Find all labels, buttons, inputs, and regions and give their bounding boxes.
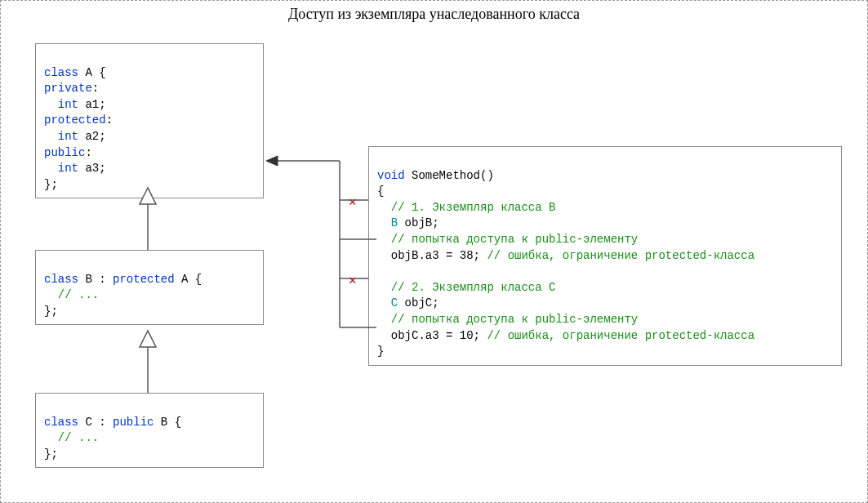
kw-protected: protected [44,114,106,127]
class-c-base: B { [154,416,181,429]
kw-public: public [113,416,154,429]
comment-err-1: // ошибка, ограничение protected-класса [487,249,754,262]
colon: : [85,146,91,159]
class-c-name: C : [78,416,113,429]
assign-objc: objC.a3 = 10; [377,329,487,342]
svg-marker-4 [266,156,278,166]
comment-4: // попытка доступа к public-элементу [377,313,638,326]
method-box: void SomeMethod() { // 1. Экземпляр клас… [368,146,842,366]
decl-objb: objB; [398,216,438,229]
class-c-close: }; [44,447,58,461]
kw-int: int [44,98,78,111]
kw-class: class [44,66,78,79]
class-a-open: A { [78,66,106,79]
kw-int: int [44,130,78,143]
class-b-ref: B [377,216,398,229]
assign-objb: objB.a3 = 38; [377,249,487,262]
comment-ellipsis: // ... [44,431,99,444]
kw-class: class [44,273,78,286]
diagram-title: Доступ из экземпляра унаследованного кла… [1,6,867,23]
kw-class: class [44,416,78,429]
class-b-close: }; [44,305,58,318]
kw-int: int [44,162,78,175]
class-c-ref: C [377,296,398,309]
diagram-container: Доступ из экземпляра унаследованного кла… [0,0,868,503]
kw-protected: protected [113,273,175,286]
brace-open: { [377,185,384,198]
class-a-close: }; [44,178,58,191]
colon: : [106,114,113,127]
comment-3: // 2. Экземпляр класса C [377,281,555,294]
comment-err-2: // ошибка, ограничение protected-класса [487,329,754,342]
comment-2: // попытка доступа к public-элементу [377,233,638,246]
error-mark-icon: ✕ [349,272,357,288]
brace-close: } [377,345,384,358]
kw-void: void [377,169,405,182]
colon: : [92,82,99,95]
kw-private: private [44,82,92,95]
class-a-box: class A { private: int a1; protected: in… [35,43,264,198]
class-b-name: B : [78,273,113,286]
svg-marker-2 [140,331,156,347]
kw-public: public [44,146,85,159]
class-b-box: class B : protected A { // ... }; [35,250,264,325]
decl-a1: a1; [78,98,106,111]
decl-objc: objC; [398,296,438,309]
comment-1: // 1. Экземпляр класса B [377,201,555,214]
class-b-base: A { [175,273,203,286]
method-sig: SomeMethod() [405,169,494,182]
decl-a3: a3; [78,162,106,175]
error-mark-icon: ✕ [349,194,357,210]
class-c-box: class C : public B { // ... }; [35,393,264,468]
decl-a2: a2; [78,130,106,143]
comment-ellipsis: // ... [44,288,99,301]
